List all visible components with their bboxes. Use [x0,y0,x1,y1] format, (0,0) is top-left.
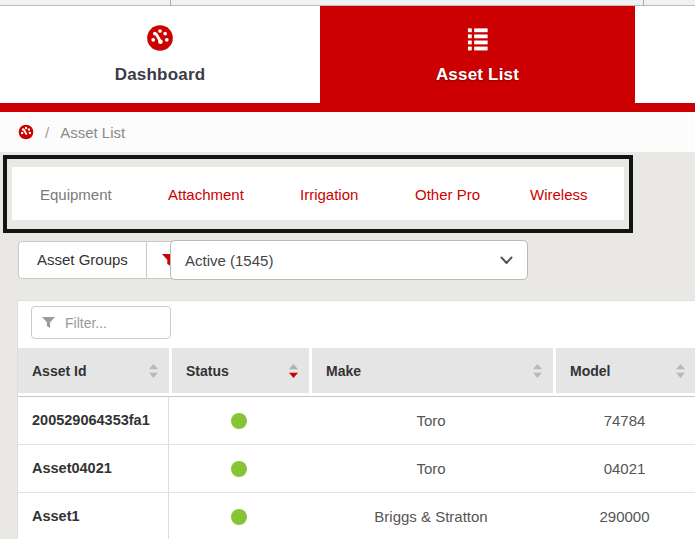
list-icon [464,25,491,52]
status-dot-green [231,413,247,429]
cell-status [169,445,309,492]
cell-model: 290000 [553,493,695,539]
column-header-asset-id[interactable]: Asset Id [18,348,169,393]
table-body: 200529064353fa1 Toro 74784 Asset04021 To… [18,396,695,539]
asset-group-select[interactable]: Active (1545) [170,240,528,280]
home-gauge-icon[interactable] [18,124,34,140]
cell-asset-id: 200529064353fa1 [18,397,169,444]
nav-accent-bar [0,103,695,112]
cell-make: Toro [309,397,553,444]
table-row[interactable]: 200529064353fa1 Toro 74784 [18,397,695,445]
category-tab-other-pro[interactable]: Other Pro [415,185,480,202]
asset-groups-label: Asset Groups [19,242,146,278]
cell-make: Briggs & Stratton [309,493,553,539]
cell-asset-id: Asset04021 [18,445,169,492]
cell-make: Toro [309,445,553,492]
sort-carets-icon [532,363,543,379]
column-header-model[interactable]: Model [556,348,695,393]
column-label: Asset Id [32,363,148,379]
cell-model: 74784 [553,397,695,444]
main-nav: Dashboard Asset List [0,6,695,103]
cell-asset-id: Asset1 [18,493,169,539]
tab-asset-list[interactable]: Asset List [320,6,635,103]
table-header: Asset Id Status Make Model [18,348,695,393]
asset-group-select-value: Active (1545) [185,252,500,269]
category-tab-attachment[interactable]: Attachment [168,185,244,202]
column-header-make[interactable]: Make [312,348,553,393]
sort-carets-icon [148,363,159,379]
column-header-status[interactable]: Status [172,348,309,393]
tab-dashboard[interactable]: Dashboard [0,6,320,103]
category-tab-equipment[interactable]: Equipment [40,185,112,202]
tab-asset-list-label: Asset List [436,65,519,85]
category-tab-bar: Equipment Attachment Irrigation Other Pr… [12,167,624,220]
cell-status [169,397,309,444]
table-row[interactable]: Asset1 Briggs & Stratton 290000 [18,493,695,539]
category-tab-wireless[interactable]: Wireless [530,185,588,202]
filter-field [31,306,171,339]
category-tab-irrigation[interactable]: Irrigation [300,185,358,202]
tab-dashboard-label: Dashboard [115,65,206,85]
breadcrumb-separator: / [45,124,49,141]
cell-model: 04021 [553,445,695,492]
sort-carets-icon [675,363,686,379]
asset-table-panel: Asset Id Status Make Model [17,300,695,539]
breadcrumb: / Asset List [0,112,695,152]
column-label: Model [570,363,675,379]
column-label: Make [326,363,532,379]
gauge-icon [146,24,174,52]
table-row[interactable]: Asset04021 Toro 04021 [18,445,695,493]
status-dot-green [231,509,247,525]
app-window: Dashboard Asset List [0,0,695,539]
sort-carets-icon-desc [288,363,299,379]
status-dot-green [231,461,247,477]
asset-groups-button[interactable]: Asset Groups [18,241,193,279]
funnel-icon [41,316,56,329]
cell-status [169,493,309,539]
column-label: Status [186,363,288,379]
breadcrumb-current: Asset List [60,124,125,141]
chevron-down-icon [500,256,513,265]
highlight-box: Equipment Attachment Irrigation Other Pr… [3,155,633,233]
